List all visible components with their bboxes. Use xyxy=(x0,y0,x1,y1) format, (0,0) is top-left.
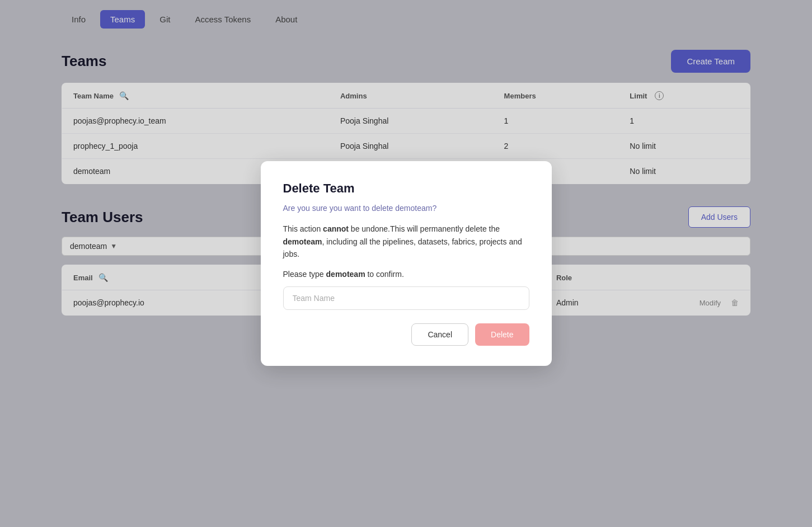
modal-subtitle: Are you sure you want to delete demoteam… xyxy=(283,204,529,213)
modal-confirm-text: Please type demoteam to confirm. xyxy=(283,270,529,279)
modal-title: Delete Team xyxy=(283,181,529,196)
modal-actions: Cancel Delete xyxy=(283,323,529,346)
delete-button[interactable]: Delete xyxy=(475,323,529,346)
modal-confirm-word: demoteam xyxy=(326,270,365,279)
cancel-button[interactable]: Cancel xyxy=(411,323,468,346)
modal-body: This action cannot be undone.This will p… xyxy=(283,223,529,260)
modal-team-name: demoteam xyxy=(283,237,322,246)
delete-team-modal: Delete Team Are you sure you want to del… xyxy=(261,161,552,365)
modal-overlay: Delete Team Are you sure you want to del… xyxy=(0,0,812,527)
team-name-input[interactable] xyxy=(283,286,529,310)
